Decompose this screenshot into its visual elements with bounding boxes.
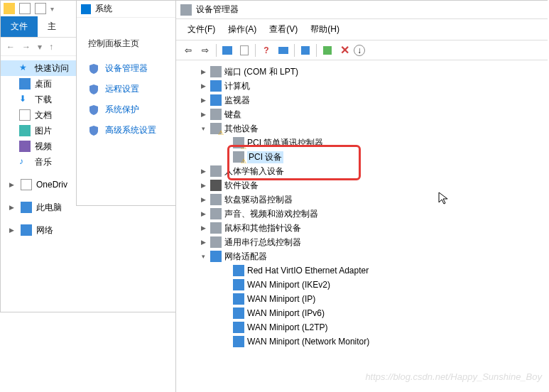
node-net-ikev2[interactable]: WAN Miniport (IKEv2) — [179, 278, 545, 292]
node-label: Red Hat VirtIO Ethernet Adapter — [247, 266, 369, 276]
system-icon — [81, 4, 91, 14]
chevron-down-icon[interactable]: ▾ — [199, 125, 207, 132]
chevron-right-icon[interactable]: ▶ — [199, 168, 207, 175]
node-pci-dev[interactable]: PCI 设备 — [179, 150, 545, 164]
other-devices-icon — [210, 123, 222, 134]
node-keyboards[interactable]: ▶ 键盘 — [179, 107, 545, 121]
qat-overflow-icon[interactable]: ▾ — [50, 5, 54, 13]
chevron-right-icon[interactable]: ▶ — [199, 210, 207, 217]
node-net-ipv6[interactable]: WAN Miniport (IPv6) — [179, 306, 545, 320]
tb-update-icon[interactable]: ↓ — [354, 45, 365, 56]
port-icon — [210, 66, 222, 77]
node-label: PCI 简单通讯控制器 — [247, 137, 323, 149]
tb-uninstall-icon[interactable]: ✕ — [337, 43, 352, 58]
tb-showall-icon[interactable] — [219, 43, 235, 58]
node-floppy[interactable]: ▶ 软盘驱动器控制器 — [179, 192, 545, 207]
node-usb[interactable]: ▶ 通用串行总线控制器 — [179, 235, 545, 249]
node-label: 网络适配器 — [224, 251, 267, 263]
onedrive-icon — [21, 179, 32, 190]
nav-forward-icon[interactable]: → — [19, 40, 33, 53]
dm-menu-file[interactable]: 文件(F) — [182, 22, 221, 37]
node-ports[interactable]: ▶ 端口 (COM 和 LPT) — [179, 65, 545, 79]
cp-link-label: 系统保护 — [105, 104, 139, 116]
fe-item-label: 快速访问 — [35, 62, 69, 75]
node-software[interactable]: ▶ 软件设备 — [179, 178, 545, 192]
node-label: 端口 (COM 和 LPT) — [224, 66, 298, 78]
dm-titlebar: 设备管理器 — [176, 1, 548, 19]
dm-menubar: 文件(F) 操作(A) 查看(V) 帮助(H) — [176, 19, 548, 40]
tb-help-icon[interactable]: ? — [259, 43, 274, 58]
nav-up-icon[interactable]: ↑ — [46, 40, 56, 53]
hid-icon — [210, 165, 222, 177]
downloads-icon: ⬇ — [19, 94, 31, 105]
chevron-right-icon[interactable]: ▶ — [199, 97, 207, 104]
dm-menu-action[interactable]: 操作(A) — [222, 22, 262, 37]
node-label: WAN Miniport (Network Monitor) — [247, 337, 369, 347]
node-label: PCI 设备 — [247, 151, 283, 163]
nic-icon — [233, 265, 244, 276]
fe-tab-file[interactable]: 文件 — [1, 16, 38, 37]
node-network[interactable]: ▾ 网络适配器 — [179, 249, 545, 263]
node-computer[interactable]: ▶ 计算机 — [179, 79, 545, 93]
nic-icon — [233, 307, 244, 319]
unknown-device-icon — [233, 137, 244, 148]
chevron-right-icon[interactable]: ▶ — [9, 181, 16, 188]
chevron-right-icon[interactable]: ▶ — [199, 111, 207, 118]
node-label: 鼠标和其他指针设备 — [224, 222, 301, 234]
star-icon: ★ — [19, 62, 31, 74]
dm-toolbar: ⇦ ⇨ ? ✕ ↓ — [176, 40, 548, 60]
node-net-l2tp[interactable]: WAN Miniport (L2TP) — [179, 320, 545, 334]
chevron-down-icon[interactable]: ▾ — [199, 253, 207, 260]
node-other[interactable]: ▾ 其他设备 — [179, 121, 545, 136]
node-label: WAN Miniport (IKEv2) — [247, 280, 330, 290]
node-label: 键盘 — [224, 109, 241, 121]
chevron-right-icon[interactable]: ▶ — [199, 82, 207, 89]
chevron-right-icon[interactable]: ▶ — [199, 224, 207, 232]
keyboard-icon — [210, 109, 222, 120]
node-label: 其他设备 — [224, 123, 259, 135]
chevron-right-icon[interactable]: ▶ — [199, 239, 207, 246]
node-label: 软件设备 — [224, 180, 259, 192]
tb-back-icon[interactable]: ⇦ — [180, 43, 196, 58]
node-label: 通用串行总线控制器 — [224, 236, 301, 249]
dm-menu-view[interactable]: 查看(V) — [263, 22, 303, 37]
nav-back-icon[interactable]: ← — [4, 40, 18, 53]
fe-item-label: 视频 — [35, 141, 52, 153]
chevron-right-icon[interactable]: ▶ — [199, 68, 207, 75]
tb-scan-icon[interactable] — [298, 43, 313, 58]
node-monitors[interactable]: ▶ 监视器 — [179, 93, 545, 107]
shield-icon — [88, 104, 99, 116]
fe-tab-home[interactable]: 主 — [38, 16, 66, 37]
node-net-virtio[interactable]: Red Hat VirtIO Ethernet Adapter — [179, 263, 545, 278]
dm-menu-help[interactable]: 帮助(H) — [305, 22, 345, 37]
node-label: 软盘驱动器控制器 — [224, 194, 293, 206]
chevron-right-icon[interactable]: ▶ — [199, 196, 207, 203]
nav-recent-icon[interactable]: ▾ — [35, 40, 45, 53]
node-mouse[interactable]: ▶ 鼠标和其他指针设备 — [179, 221, 545, 235]
chevron-right-icon[interactable]: ▶ — [9, 204, 16, 211]
node-net-ip[interactable]: WAN Miniport (IP) — [179, 292, 545, 306]
tb-enable-icon[interactable] — [320, 43, 335, 58]
qat-icon-1[interactable] — [19, 3, 31, 14]
tb-forward-icon[interactable]: ⇨ — [197, 43, 213, 58]
qat-icon-2[interactable] — [35, 3, 46, 14]
fe-item-label: 音乐 — [35, 156, 52, 168]
devmgr-icon — [180, 4, 192, 16]
monitor-icon — [210, 94, 222, 106]
fe-network[interactable]: ▶ 网络 — [1, 222, 177, 238]
fe-item-label: 网络 — [36, 224, 53, 236]
tb-properties-icon[interactable] — [237, 43, 252, 58]
node-hid[interactable]: ▶ 人体学输入设备 — [179, 164, 545, 178]
node-pci-comm[interactable]: PCI 简单通讯控制器 — [179, 136, 545, 150]
node-net-monitor[interactable]: WAN Miniport (Network Monitor) — [179, 334, 545, 349]
node-sound[interactable]: ▶ 声音、视频和游戏控制器 — [179, 207, 545, 221]
node-label: 声音、视频和游戏控制器 — [224, 208, 318, 220]
chevron-right-icon[interactable]: ▶ — [199, 182, 207, 189]
node-label: WAN Miniport (L2TP) — [247, 322, 328, 332]
nic-icon — [233, 279, 244, 290]
network-icon — [21, 224, 32, 236]
network-adapter-icon — [210, 251, 222, 262]
chevron-right-icon[interactable]: ▶ — [9, 227, 16, 234]
tb-view-icon[interactable] — [276, 43, 291, 58]
cp-link-label: 高级系统设置 — [105, 124, 156, 136]
